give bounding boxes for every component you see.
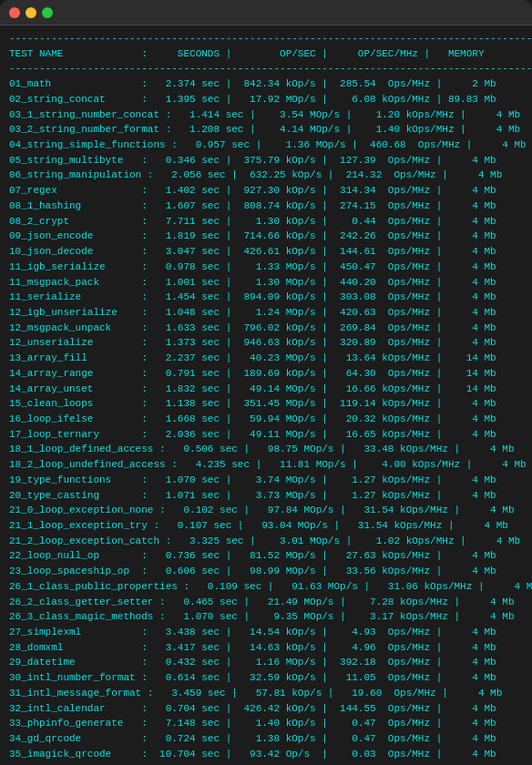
window: ----------------------------------------… (0, 0, 532, 765)
titlebar (0, 0, 532, 26)
maximize-button[interactable] (42, 7, 53, 18)
minimize-button[interactable] (26, 7, 36, 18)
traffic-lights (9, 7, 53, 18)
close-button[interactable] (9, 7, 20, 18)
benchmark-output: ----------------------------------------… (9, 31, 523, 765)
content-area: ----------------------------------------… (0, 26, 532, 765)
